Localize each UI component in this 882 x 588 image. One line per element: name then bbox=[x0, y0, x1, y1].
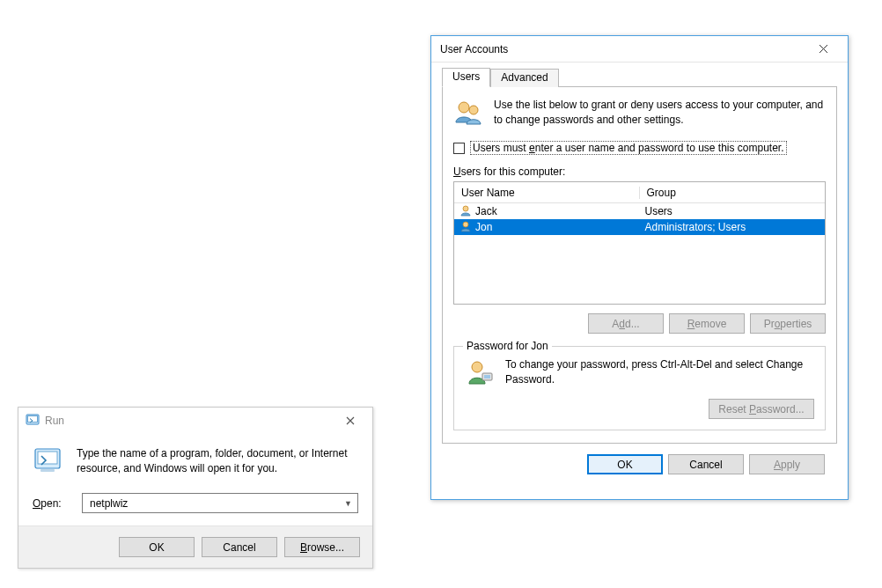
tabstrip: Users Advanced bbox=[442, 68, 837, 87]
password-groupbox-title: Password for Jon bbox=[463, 340, 552, 352]
user-icon bbox=[459, 204, 472, 219]
remove-user-button[interactable]: Remove bbox=[669, 313, 745, 334]
user-name: Jack bbox=[475, 205, 497, 217]
tab-advanced[interactable]: Advanced bbox=[490, 69, 558, 87]
svg-rect-3 bbox=[38, 452, 57, 464]
ua-footer: OK Cancel Apply bbox=[442, 444, 837, 487]
run-description: Type the name of a program, folder, docu… bbox=[77, 445, 358, 477]
run-close-button[interactable] bbox=[335, 412, 365, 430]
run-titlebar[interactable]: Run bbox=[18, 408, 372, 434]
password-info-text: To change your password, press Ctrl-Alt-… bbox=[505, 357, 814, 387]
user-group: Administrators; Users bbox=[640, 221, 826, 233]
run-dialog: Run Type the name of a program, folder, … bbox=[18, 407, 373, 569]
user-group: Users bbox=[640, 205, 826, 217]
svg-point-5 bbox=[459, 102, 469, 113]
tabpanel-users: Use the list below to grant or deny user… bbox=[442, 87, 837, 444]
run-footer: OK Cancel Browse... bbox=[18, 526, 372, 568]
chevron-down-icon[interactable]: ▼ bbox=[342, 499, 354, 508]
ua-title: User Accounts bbox=[440, 43, 807, 55]
svg-point-6 bbox=[469, 106, 478, 114]
users-icon bbox=[453, 98, 483, 130]
ua-info-text: Use the list below to grant or deny user… bbox=[494, 98, 826, 128]
user-row[interactable]: Jon Administrators; Users bbox=[454, 219, 825, 235]
user-icon bbox=[459, 220, 472, 235]
col-group[interactable]: Group bbox=[640, 187, 826, 199]
open-combobox[interactable]: ▼ bbox=[82, 493, 358, 513]
require-login-label: Users must enter a user name and passwor… bbox=[470, 141, 787, 155]
close-icon bbox=[819, 44, 828, 54]
col-username[interactable]: User Name bbox=[454, 187, 640, 199]
tab-users[interactable]: Users bbox=[442, 68, 490, 87]
run-app-icon bbox=[33, 445, 64, 479]
run-title: Run bbox=[45, 415, 335, 427]
ua-ok-button[interactable]: OK bbox=[587, 454, 663, 474]
properties-button[interactable]: Properties bbox=[750, 313, 826, 334]
add-user-button[interactable]: Add... bbox=[588, 313, 664, 334]
close-icon bbox=[346, 416, 355, 425]
user-accounts-dialog: User Accounts Users Advanced bbox=[430, 35, 849, 500]
svg-rect-4 bbox=[40, 469, 55, 472]
run-browse-button[interactable]: Browse... bbox=[284, 537, 360, 557]
users-list-header: User Name Group bbox=[454, 182, 825, 203]
user-password-icon bbox=[465, 357, 495, 390]
svg-point-8 bbox=[463, 222, 468, 227]
open-input[interactable] bbox=[88, 496, 342, 511]
user-name: Jon bbox=[475, 221, 492, 233]
run-cancel-button[interactable]: Cancel bbox=[202, 537, 277, 557]
ua-apply-button[interactable]: Apply bbox=[749, 454, 825, 474]
open-label: Open: bbox=[33, 497, 71, 510]
user-row[interactable]: Jack Users bbox=[454, 203, 825, 219]
ua-close-button[interactable] bbox=[807, 40, 839, 59]
svg-rect-11 bbox=[484, 375, 490, 379]
users-list[interactable]: User Name Group Jack Users bbox=[453, 181, 826, 305]
run-ok-button[interactable]: OK bbox=[119, 537, 195, 557]
svg-point-9 bbox=[472, 362, 482, 372]
run-icon bbox=[26, 413, 40, 430]
password-groupbox: Password for Jon To change your password… bbox=[453, 346, 826, 430]
require-login-checkbox[interactable] bbox=[453, 143, 465, 154]
ua-titlebar[interactable]: User Accounts bbox=[431, 36, 848, 62]
users-list-label: Users for this computer: bbox=[453, 165, 826, 178]
svg-point-7 bbox=[463, 206, 468, 211]
reset-password-button[interactable]: Reset Password... bbox=[709, 399, 814, 419]
ua-cancel-button[interactable]: Cancel bbox=[668, 454, 744, 474]
